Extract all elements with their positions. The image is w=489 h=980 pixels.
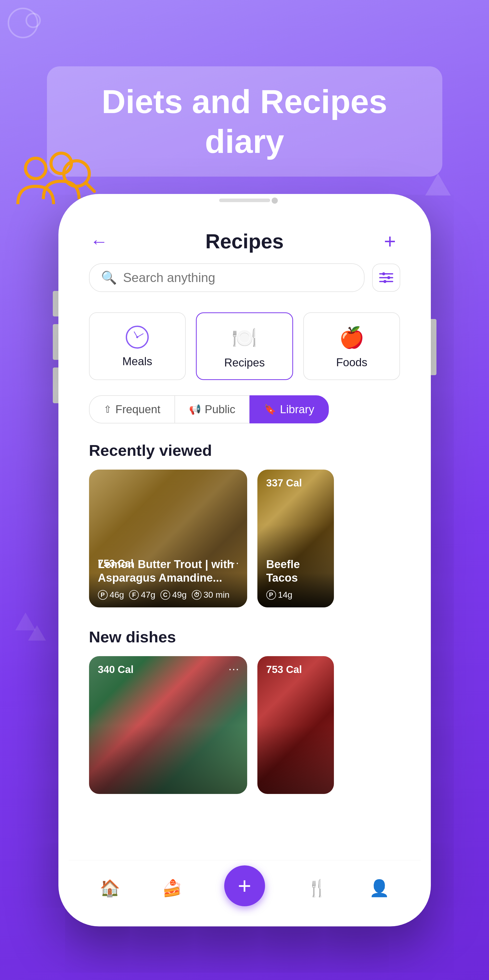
search-bar: 🔍 [68, 263, 421, 305]
tab-meals-label: Meals [122, 355, 152, 368]
beef-cal: 337 Cal [266, 477, 302, 489]
recently-viewed-cards: 753 Cal ··· Lemon Butter Trout | with As… [68, 469, 421, 628]
side-button-power [431, 319, 437, 375]
nav-profile[interactable]: 👤 [359, 875, 400, 902]
fat-icon: F [129, 590, 139, 600]
tab-recipes-label: Recipes [224, 356, 265, 369]
frequent-icon: ⇧ [103, 404, 112, 415]
phone-frame: ← Recipes + 🔍 [59, 194, 431, 926]
nav-diet[interactable]: 🍰 [152, 875, 192, 902]
time-value: 30 min [203, 590, 230, 600]
svg-point-9 [383, 280, 386, 283]
profile-icon: 👤 [369, 879, 389, 898]
side-button-mute [53, 368, 59, 403]
add-icon: + [384, 230, 396, 253]
protein-value: 46g [110, 590, 124, 600]
carbs-icon: C [160, 590, 170, 600]
beef-stats: P 14g [266, 590, 325, 600]
meals-clock-icon [126, 326, 149, 348]
nav-recipes[interactable]: 🍴 [297, 875, 338, 902]
nav-home[interactable]: 🏠 [89, 875, 130, 902]
tab-foods[interactable]: 🍎 Foods [303, 312, 400, 380]
trout-stats: P 46g F 47g C 49g [98, 590, 238, 600]
side-button-volume-up [53, 291, 59, 317]
beef-protein-value: 14g [278, 590, 292, 600]
pill-library[interactable]: 🔖 Library [249, 395, 329, 423]
trout-protein: P 46g [98, 590, 124, 600]
svg-line-3 [86, 183, 94, 191]
recipe-card-beef[interactable]: 337 Cal Beefle Tacos P 14g [257, 469, 334, 608]
phone-body: ← Recipes + 🔍 [59, 194, 431, 926]
search-input-container[interactable]: 🔍 [89, 263, 365, 292]
bg-circle-2 [25, 13, 41, 28]
tab-recipes[interactable]: 🍽️ Recipes [196, 312, 293, 380]
phone-screen: ← Recipes + 🔍 [68, 209, 421, 916]
new-dishes-title: New dishes [68, 628, 421, 656]
nav-add-icon: + [238, 874, 251, 897]
new-dishes-cards: 340 Cal ··· 753 Cal [68, 656, 421, 815]
app-header: ← Recipes + [68, 209, 421, 263]
carbs-value: 49g [172, 590, 187, 600]
foods-icon: 🍎 [339, 326, 365, 350]
notch-camera [271, 197, 278, 204]
home-icon: 🏠 [100, 879, 120, 898]
fat-value: 47g [141, 590, 156, 600]
recipes-icon: 🍽️ [232, 326, 257, 350]
pill-public[interactable]: 📢 Public [175, 395, 250, 423]
bottom-navigation: 🏠 🍰 + 🍴 👤 [68, 860, 421, 916]
title-card: Diets and Recipes diary [47, 66, 442, 177]
beef-title: Beefle Tacos [266, 558, 325, 585]
svg-point-7 [387, 276, 390, 279]
pill-library-label: Library [280, 403, 314, 416]
salad-overlay [89, 656, 247, 794]
svg-point-0 [25, 158, 46, 179]
trout-card-overlay: 753 Cal ··· Lemon Butter Trout | with As… [89, 550, 247, 608]
salad-menu-icon[interactable]: ··· [229, 662, 240, 675]
recipe-card-bowl[interactable]: 753 Cal [257, 656, 334, 794]
bg-triangle-1 [425, 173, 451, 196]
category-tabs: Meals 🍽️ Recipes 🍎 Foods [68, 305, 421, 395]
search-input[interactable] [123, 270, 352, 285]
page-title: Recipes [205, 230, 284, 253]
recently-viewed-title: Recently viewed [68, 441, 421, 469]
library-icon: 🔖 [264, 404, 276, 415]
trout-time: ⏱ 30 min [192, 590, 230, 600]
protein-icon: P [98, 590, 108, 600]
pill-frequent[interactable]: ⇧ Frequent [89, 395, 175, 423]
filter-pills: ⇧ Frequent 📢 Public 🔖 Library [68, 395, 421, 441]
back-button[interactable]: ← [89, 231, 110, 251]
beef-protein-icon: P [266, 590, 276, 600]
app-content: ← Recipes + 🔍 [68, 209, 421, 916]
tab-meals[interactable]: Meals [89, 312, 186, 380]
bowl-cal: 753 Cal [266, 664, 302, 675]
pill-public-label: Public [205, 403, 235, 416]
sliders-icon [379, 270, 394, 285]
app-title: Diets and Recipes diary [78, 82, 412, 161]
back-arrow-icon: ← [90, 231, 108, 251]
trout-fat: F 47g [129, 590, 156, 600]
nav-add-button[interactable]: + [224, 865, 265, 906]
search-icon: 🔍 [101, 270, 117, 285]
tab-foods-label: Foods [336, 356, 367, 369]
phone-notch [196, 194, 293, 207]
trout-carbs: C 49g [160, 590, 187, 600]
public-icon: 📢 [189, 404, 201, 415]
nav-recipes-icon: 🍴 [307, 879, 327, 898]
pill-frequent-label: Frequent [116, 403, 160, 416]
filter-button[interactable] [372, 264, 400, 292]
recipe-card-salad[interactable]: 340 Cal ··· [89, 656, 247, 794]
diet-icon: 🍰 [162, 879, 183, 898]
beef-card-overlay: Beefle Tacos P 14g [257, 550, 334, 608]
beef-protein: P 14g [266, 590, 292, 600]
salad-cal: 340 Cal [98, 664, 134, 675]
add-recipe-button[interactable]: + [380, 231, 400, 251]
svg-point-5 [382, 272, 385, 275]
trout-cal: 753 Cal [98, 558, 134, 569]
side-button-volume-down [53, 324, 59, 360]
trout-menu-icon[interactable]: ··· [229, 556, 240, 569]
nav-add[interactable]: + [214, 862, 275, 915]
recipe-card-trout[interactable]: 753 Cal ··· Lemon Butter Trout | with As… [89, 469, 247, 608]
time-icon: ⏱ [192, 590, 202, 600]
bg-triangle-3 [28, 625, 46, 641]
notch-pill [219, 199, 270, 202]
